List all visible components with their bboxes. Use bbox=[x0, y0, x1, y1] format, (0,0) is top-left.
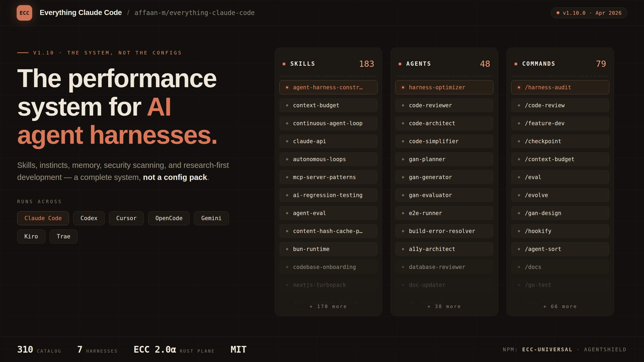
list-item[interactable]: nextjs-turbopack bbox=[279, 278, 378, 292]
item-dot-icon bbox=[402, 122, 404, 124]
item-dot-icon bbox=[402, 212, 404, 214]
list-item[interactable]: agent-harness-constr… bbox=[279, 80, 378, 94]
npm-package[interactable]: ECC-UNIVERSAL bbox=[522, 346, 573, 352]
page-title: The performance system for AI agent harn… bbox=[17, 64, 275, 149]
item-label: mcp-server-patterns bbox=[293, 174, 356, 180]
list-item[interactable]: /context-budget bbox=[511, 152, 609, 166]
stat-value: 310 bbox=[17, 344, 33, 355]
harness-chip[interactable]: Claude Code bbox=[17, 211, 69, 225]
harness-chip[interactable]: Kiro bbox=[17, 230, 45, 243]
harness-chip-list: Claude CodeCodexCursorOpenCodeGeminiKiro… bbox=[17, 211, 253, 243]
list-item[interactable]: e2e-runner bbox=[395, 206, 493, 220]
card-count: 183 bbox=[359, 59, 374, 69]
category-dot-icon bbox=[514, 62, 517, 65]
footer-stat: ECC 2.0αRUST PLANE bbox=[134, 344, 215, 355]
eyebrow-text: V1.10 · THE SYSTEM, NOT THE CONFIGS bbox=[33, 50, 182, 56]
item-label: doc-updater bbox=[409, 282, 445, 288]
catalog-card: COMMANDS 79 /harness-audit /code-review … bbox=[507, 48, 614, 316]
list-item[interactable]: /feature-dev bbox=[511, 116, 609, 130]
harness-chip[interactable]: OpenCode bbox=[148, 211, 190, 225]
version-badge: v1.10.0 · Apr 2026 bbox=[551, 8, 627, 18]
catalog-card: SKILLS 183 agent-harness-constr… context… bbox=[275, 48, 382, 316]
item-dot-icon bbox=[286, 212, 288, 214]
more-count-label: + 170 more bbox=[275, 304, 382, 309]
card-header: COMMANDS 79 bbox=[511, 59, 609, 69]
harness-chip[interactable]: Trae bbox=[50, 230, 78, 243]
hero-subtitle: Skills, instincts, memory, security scan… bbox=[17, 159, 253, 183]
list-item[interactable]: /harness-audit bbox=[511, 80, 609, 94]
card-count: 48 bbox=[480, 59, 490, 69]
list-item[interactable]: claude-api bbox=[279, 134, 378, 148]
category-dot-icon bbox=[398, 62, 401, 65]
npm-label: NPM: bbox=[503, 346, 518, 352]
list-item[interactable]: code-simplifier bbox=[395, 134, 493, 148]
list-item[interactable]: gan-generator bbox=[395, 170, 493, 184]
breadcrumb-separator: / bbox=[127, 9, 129, 17]
list-item[interactable]: bun-runtime bbox=[279, 242, 378, 256]
item-dot-icon bbox=[518, 212, 520, 214]
list-item[interactable]: a11y-architect bbox=[395, 242, 493, 256]
list-item[interactable]: gan-planner bbox=[395, 152, 493, 166]
list-item[interactable]: code-reviewer bbox=[395, 98, 493, 112]
item-label: a11y-architect bbox=[409, 246, 455, 252]
list-item[interactable]: agent-eval bbox=[279, 206, 378, 220]
item-dot-icon bbox=[402, 104, 404, 106]
item-dot-icon bbox=[402, 86, 404, 88]
harness-chip[interactable]: Codex bbox=[73, 211, 105, 225]
list-item[interactable]: doc-updater bbox=[395, 278, 493, 292]
list-item[interactable]: /checkpoint bbox=[511, 134, 609, 148]
list-item[interactable]: codebase-onboarding bbox=[279, 260, 378, 274]
item-dot-icon bbox=[402, 230, 404, 232]
list-item[interactable]: continuous-agent-loop bbox=[279, 116, 378, 130]
list-item[interactable]: /evolve bbox=[511, 188, 609, 202]
item-dot-icon bbox=[518, 104, 520, 106]
app-footer: 310CATALOG7HARNESSESECC 2.0αRUST PLANEMI… bbox=[0, 337, 644, 362]
list-item[interactable]: /docs bbox=[511, 260, 609, 274]
item-dot-icon bbox=[518, 266, 520, 268]
item-dot-icon bbox=[518, 140, 520, 142]
card-count: 79 bbox=[596, 59, 606, 69]
card-title: SKILLS bbox=[290, 61, 316, 67]
npm-separator: · bbox=[576, 346, 580, 352]
harness-chip[interactable]: Cursor bbox=[109, 211, 144, 225]
app-title: Everything Claude Code bbox=[40, 9, 122, 17]
stat-label: CATALOG bbox=[37, 349, 61, 354]
list-item[interactable]: build-error-resolver bbox=[395, 224, 493, 238]
list-item[interactable]: /hookify bbox=[511, 224, 609, 238]
item-label: /hookify bbox=[525, 228, 551, 234]
card-title: COMMANDS bbox=[522, 61, 556, 67]
item-label: /gan-design bbox=[525, 210, 561, 216]
footer-stat: MIT bbox=[231, 344, 247, 355]
dashed-divider bbox=[396, 76, 492, 76]
breadcrumb-repo[interactable]: affaan-m/everything-claude-code bbox=[134, 9, 255, 17]
item-dot-icon bbox=[286, 86, 288, 88]
item-label: gan-evaluator bbox=[409, 192, 452, 198]
catalog-card: AGENTS 48 harness-optimizer code-reviewe… bbox=[391, 48, 498, 316]
list-item[interactable]: database-reviewer bbox=[395, 260, 493, 274]
stat-value: MIT bbox=[231, 344, 247, 355]
list-item[interactable]: /agent-sort bbox=[511, 242, 609, 256]
stat-label: HARNESSES bbox=[86, 349, 118, 354]
list-item[interactable]: /eval bbox=[511, 170, 609, 184]
list-item[interactable]: content-hash-cache-p… bbox=[279, 224, 378, 238]
item-label: content-hash-cache-p… bbox=[293, 228, 363, 234]
list-item[interactable]: /code-review bbox=[511, 98, 609, 112]
card-list: harness-optimizer code-reviewer code-arc… bbox=[395, 80, 493, 310]
list-item[interactable]: harness-optimizer bbox=[395, 80, 493, 94]
item-dot-icon bbox=[518, 230, 520, 232]
category-dot-icon bbox=[283, 62, 286, 65]
list-item[interactable]: code-architect bbox=[395, 116, 493, 130]
list-item[interactable]: autonomous-loops bbox=[279, 152, 378, 166]
list-item[interactable]: ai-regression-testing bbox=[279, 188, 378, 202]
item-dot-icon bbox=[518, 284, 520, 286]
status-dot-icon bbox=[557, 11, 559, 14]
list-item[interactable]: gan-evaluator bbox=[395, 188, 493, 202]
list-item[interactable]: mcp-server-patterns bbox=[279, 170, 378, 184]
card-header: SKILLS 183 bbox=[279, 59, 378, 69]
list-item[interactable]: /go-test bbox=[511, 278, 609, 292]
item-label: codebase-onboarding bbox=[293, 264, 356, 270]
harness-chip[interactable]: Gemini bbox=[194, 211, 229, 225]
list-item[interactable]: /gan-design bbox=[511, 206, 609, 220]
list-item[interactable]: context-budget bbox=[279, 98, 378, 112]
item-dot-icon bbox=[286, 284, 288, 286]
